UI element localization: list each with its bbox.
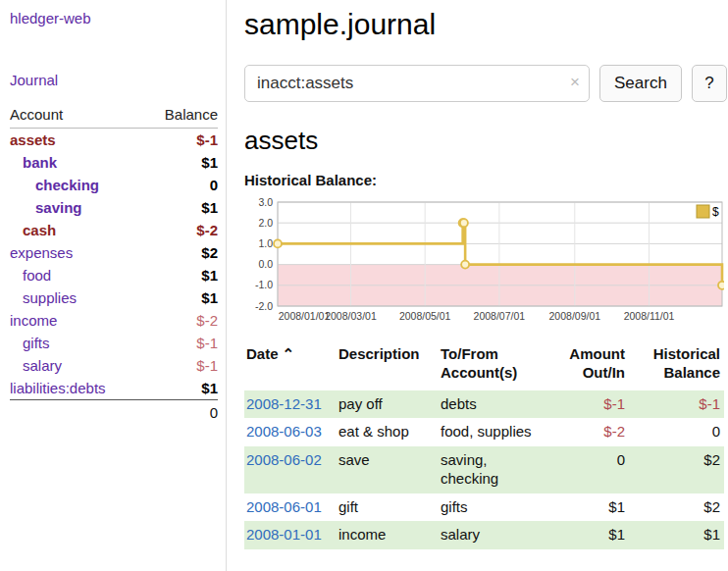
account-name-cell: gifts	[10, 332, 143, 354]
account-row: supplies$1	[10, 286, 218, 309]
register-date-cell: 2008-06-01	[244, 493, 337, 522]
account-row: food$1	[10, 264, 218, 286]
account-balance: $-2	[143, 219, 218, 241]
register-balance-cell: $2	[629, 493, 724, 522]
account-balance: $1	[143, 264, 218, 286]
register-col-account: To/From Account(s)	[439, 343, 541, 390]
transaction-date-link[interactable]: 2008-06-02	[246, 451, 322, 468]
account-balance: $1	[143, 286, 218, 309]
transaction-date-link[interactable]: 2008-01-01	[246, 526, 322, 543]
register-amount-cell: $-2	[541, 418, 629, 446]
register-col-date-label: Date	[246, 345, 279, 362]
sidebar-account-link[interactable]: supplies	[10, 289, 77, 306]
register-account-cell: debts	[439, 390, 541, 419]
page-title: sample.journal	[244, 8, 727, 41]
main-content: sample.journal × Search ? assets Histori…	[227, 0, 728, 571]
sort-asc-icon: ⌃	[283, 345, 295, 362]
sidebar-item-journal[interactable]: Journal	[10, 72, 218, 88]
account-row: income$-2	[10, 309, 218, 332]
search-button[interactable]: Search	[599, 65, 682, 102]
register-row: 2008-06-03eat & shopfood, supplies$-20	[244, 418, 724, 446]
register-balance-cell: $-1	[629, 390, 724, 419]
svg-text:2008/09/01: 2008/09/01	[549, 310, 601, 322]
account-name-cell: saving	[10, 196, 143, 219]
sidebar-account-link[interactable]: expenses	[10, 244, 73, 261]
historical-balance-chart: 3.02.01.00.0-1.0-2.02008/01/012008/03/01…	[244, 196, 727, 328]
accounts-total-row: 0	[10, 400, 218, 426]
register-amount-cell: 0	[541, 446, 629, 493]
register-table: Date⌃ Description To/From Account(s) Amo…	[244, 343, 724, 549]
register-col-date[interactable]: Date⌃	[244, 343, 337, 390]
sidebar-account-link[interactable]: assets	[10, 131, 56, 148]
register-account-cell: food, supplies	[439, 418, 541, 446]
account-name-cell: bank	[10, 151, 143, 174]
svg-text:2008/01/01: 2008/01/01	[279, 310, 331, 322]
transaction-date-link[interactable]: 2008-12-31	[246, 395, 322, 412]
account-row: salary$-1	[10, 354, 218, 377]
help-button[interactable]: ?	[692, 65, 727, 102]
accounts-total-spacer	[10, 400, 143, 426]
search-bar: × Search ?	[244, 65, 727, 102]
accounts-header-row: Account Balance	[10, 104, 218, 129]
account-name-cell: assets	[10, 129, 143, 152]
sidebar-account-link[interactable]: salary	[10, 357, 62, 374]
search-input[interactable]	[244, 65, 590, 102]
accounts-total-value: 0	[143, 400, 218, 426]
register-col-balance: Historical Balance	[629, 343, 724, 390]
register-description-cell: income	[337, 521, 439, 549]
svg-text:2008/03/01: 2008/03/01	[325, 310, 377, 322]
register-row: 2008-06-02savesaving, checking0$2	[244, 446, 724, 493]
svg-text:-2.0: -2.0	[255, 300, 273, 312]
app-root: hledger-web Journal Account Balance asse…	[0, 0, 728, 571]
account-row: cash$-2	[10, 219, 218, 241]
svg-text:3.0: 3.0	[258, 196, 273, 208]
account-balance: $2	[143, 241, 218, 264]
chart-title: Historical Balance:	[244, 172, 727, 188]
account-name-cell: income	[10, 309, 143, 332]
account-balance: $-2	[143, 309, 218, 332]
sidebar-account-link[interactable]: checking	[10, 177, 99, 193]
account-name-cell: cash	[10, 219, 143, 241]
register-header-row: Date⌃ Description To/From Account(s) Amo…	[244, 343, 724, 390]
account-balance: $1	[143, 151, 218, 174]
sidebar-account-link[interactable]: bank	[10, 154, 57, 171]
account-name-cell: supplies	[10, 286, 143, 309]
register-description-cell: gift	[337, 493, 439, 522]
account-balance: $1	[143, 377, 218, 400]
account-row: assets$-1	[10, 129, 218, 152]
svg-text:2008/07/01: 2008/07/01	[474, 310, 526, 322]
register-date-cell: 2008-06-02	[244, 446, 337, 493]
accounts-col-balance: Balance	[143, 104, 218, 129]
account-row: gifts$-1	[10, 332, 218, 354]
register-account-cell: gifts	[439, 493, 541, 522]
account-name-cell: expenses	[10, 241, 143, 264]
account-name-cell: checking	[10, 174, 143, 196]
register-amount-cell: $1	[541, 521, 629, 549]
register-date-cell: 2008-12-31	[244, 390, 337, 419]
svg-text:$: $	[712, 205, 719, 219]
transaction-date-link[interactable]: 2008-06-01	[246, 498, 322, 515]
account-row: liabilities:debts$1	[10, 377, 218, 400]
register-account-cell: saving, checking	[439, 446, 541, 493]
account-name-cell: liabilities:debts	[10, 377, 143, 400]
sidebar-account-link[interactable]: food	[10, 267, 51, 284]
account-name-cell: food	[10, 264, 143, 286]
sidebar-account-link[interactable]: liabilities:debts	[10, 380, 106, 396]
account-balance: $-1	[143, 332, 218, 354]
register-balance-cell: $2	[629, 446, 724, 493]
account-name-cell: salary	[10, 354, 143, 377]
search-box: ×	[244, 65, 590, 102]
chart-svg: 3.02.01.00.0-1.0-2.02008/01/012008/03/01…	[244, 196, 724, 328]
svg-text:2.0: 2.0	[258, 217, 273, 229]
sidebar-account-link[interactable]: cash	[10, 222, 56, 238]
svg-text:0.0: 0.0	[258, 258, 273, 270]
app-title-link[interactable]: hledger-web	[10, 10, 218, 26]
register-col-amount: Amount Out/In	[541, 343, 629, 390]
sidebar-account-link[interactable]: saving	[10, 199, 82, 216]
sidebar-account-link[interactable]: gifts	[10, 335, 50, 351]
svg-text:1.0: 1.0	[258, 237, 273, 249]
account-row: saving$1	[10, 196, 218, 219]
sidebar-account-link[interactable]: income	[10, 312, 57, 329]
transaction-date-link[interactable]: 2008-06-03	[246, 423, 322, 440]
clear-search-icon[interactable]: ×	[570, 73, 580, 92]
